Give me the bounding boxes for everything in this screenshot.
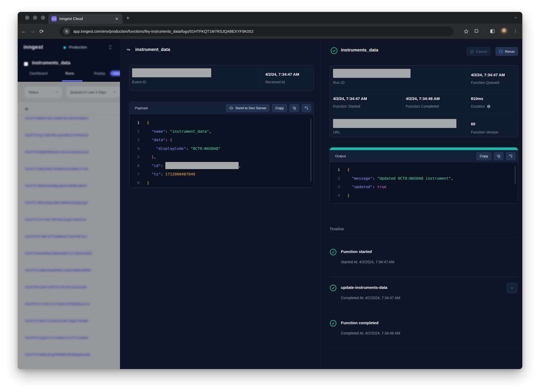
divider xyxy=(467,92,467,111)
output-success-bar xyxy=(330,147,518,150)
run-id-row[interactable]: 01HTFKMBPMD0ZAJ4AG04KD3A02 xyxy=(18,144,120,160)
run-id-row[interactable]: 01HTFKQT1M7RSJQABEXYF0K0S2 xyxy=(18,127,120,144)
send-to-dev-server-button[interactable]: Send to Dev Server xyxy=(226,104,270,112)
divider xyxy=(330,348,518,348)
run-title: instruments_data xyxy=(341,47,378,53)
step-check-icon xyxy=(330,284,337,291)
function-started-label: Function Started xyxy=(333,104,360,108)
divider xyxy=(333,89,515,90)
split-view-icon[interactable] xyxy=(490,29,495,34)
wrap-text-icon xyxy=(292,106,296,110)
run-success-check-icon xyxy=(330,47,338,54)
wrap-text-button[interactable] xyxy=(289,104,299,112)
queued-filter[interactable]: Queued in Last 3 Days xyxy=(67,87,119,97)
wrap-text-button[interactable] xyxy=(494,152,504,160)
rerun-button[interactable]: Rerun xyxy=(495,47,518,56)
copy-payload-button[interactable]: Copy xyxy=(272,104,287,112)
run-id-row[interactable]: 01HTFN86XV8CXW87657W7E3WDY xyxy=(18,110,120,127)
forward-button[interactable]: → xyxy=(28,28,37,34)
payload-scrollbar[interactable] xyxy=(310,118,311,182)
run-id-row[interactable]: 01HTFHXGR0CWNHSWYST3NAVGRC xyxy=(18,245,120,262)
event-id-label: Event ID xyxy=(132,80,146,84)
function-version-label: Function Version xyxy=(471,130,498,134)
app-content: inngest Production instruments_data Dash… xyxy=(18,39,522,369)
timeline-item-subtitle: Started At: 4/2/2024, 7:34:47 AM xyxy=(341,260,394,264)
copy-output-button[interactable]: Copy xyxy=(476,152,491,160)
browser-tab[interactable]: ••• Inngest Cloud ✕ xyxy=(48,14,123,24)
function-completed-value: 4/2/24, 7:34:48 AM xyxy=(406,96,440,101)
run-id-row[interactable]: 01HTFG3BKPQSR9EAA91GBRARRN xyxy=(18,262,120,279)
new-tab-button[interactable]: + xyxy=(126,15,129,21)
run-id-row[interactable]: 01HTFEG3FVJP7FZJF7EASXN3JR xyxy=(18,279,120,295)
profile-avatar[interactable] xyxy=(500,27,508,35)
zoom-window-button[interactable] xyxy=(41,16,45,20)
cloud-download-icon xyxy=(229,106,233,110)
runs-table: ID 01HTFN86XV8CXW87657W7E3WDY 01HTFKQT1M… xyxy=(18,102,120,369)
divider xyxy=(330,237,518,238)
output-code[interactable]: 1{2 "message": "Updated OCTO:NASDAQ inst… xyxy=(330,162,518,203)
extensions-puzzle-icon[interactable] xyxy=(474,29,479,34)
output-scrollbar[interactable] xyxy=(515,166,516,184)
info-circle-icon[interactable] xyxy=(487,104,491,108)
circle-minus-icon xyxy=(470,50,474,54)
tab-runs[interactable]: Runs xyxy=(65,71,74,75)
function-queued-value: 4/2/24, 7:34:47 AM xyxy=(471,73,505,77)
url-bar[interactable]: app.inngest.com/env/production/functions… xyxy=(59,26,453,36)
close-window-button[interactable] xyxy=(25,16,29,20)
app-top-bar: inngest Production xyxy=(18,39,120,56)
reload-button[interactable]: ⟳ xyxy=(37,28,46,35)
minimize-window-button[interactable] xyxy=(33,16,37,20)
payload-card: Payload Send to Dev Server Copy xyxy=(129,102,314,188)
run-id-row[interactable]: 01HTFCW27CZ2X3AZM75QEYNH9F xyxy=(18,312,120,329)
function-header: instruments_data Dashboard Runs Replay N… xyxy=(18,56,120,82)
unfold-chevrons-icon xyxy=(108,45,112,50)
run-id-row[interactable]: 01HTFCYY2GYGYGDKJVP82NKXCZ xyxy=(18,295,120,312)
tab-replay[interactable]: Replay xyxy=(94,71,105,75)
timeline-item-title[interactable]: Function completed xyxy=(341,321,379,325)
url-redacted xyxy=(333,119,456,128)
divider xyxy=(467,68,467,87)
inngest-logo[interactable]: inngest xyxy=(23,44,43,50)
duration-value: 810ms xyxy=(471,96,483,101)
divider xyxy=(467,116,467,135)
timeline-item-title[interactable]: update-instruments-data xyxy=(341,285,387,290)
scroll-to-bottom-icon xyxy=(304,106,308,110)
runs-list-sidebar: inngest Production instruments_data Dash… xyxy=(18,39,120,369)
scroll-to-bottom-button[interactable] xyxy=(506,152,516,160)
environment-selector[interactable]: Production xyxy=(57,39,120,56)
function-started-value: 4/2/24, 7:34:47 AM xyxy=(333,96,367,101)
url-text: app.inngest.com/env/production/functions… xyxy=(73,29,253,34)
run-id-row[interactable]: 01HTFJ6DA6Q238SJWNH1E8Q2Q0 xyxy=(18,194,120,211)
run-id-row[interactable]: 01HTFCR9K4PQP0R8PZR3MQNAXB xyxy=(18,346,120,363)
payload-code[interactable]: 1{2 "name": "instrument_data",3 "data": … xyxy=(129,114,314,188)
run-id-row[interactable]: 01HTFHYWF32TSB9HGT01F58TBJ xyxy=(18,228,120,245)
browser-toolbar: ← → ⟳ app.inngest.com/env/production/fun… xyxy=(18,24,522,39)
run-id-row[interactable]: 01HTFJ9HHVE0BQ48AP4DM13E9T xyxy=(18,177,120,194)
run-id-row[interactable]: 01HTFJ3B1PB27EWGK5Z0M6JYC8 xyxy=(18,160,120,177)
run-id-row[interactable]: 01HTFCSQG7ZYVXNZVC7VT1Z4K6 xyxy=(18,329,120,346)
event-stream-icon: «● xyxy=(127,47,130,52)
tab-close-icon[interactable]: ✕ xyxy=(114,16,119,21)
run-id-list: 01HTFN86XV8CXW87657W7E3WDY 01HTFKQT1M7RS… xyxy=(18,110,120,363)
run-id-redacted xyxy=(333,69,411,78)
browser-tab-strip: ••• Inngest Cloud ✕ + xyxy=(18,12,522,24)
wrap-text-icon xyxy=(496,154,501,158)
back-button[interactable]: ← xyxy=(19,28,28,34)
tab-dashboard[interactable]: Dashboard xyxy=(30,71,48,75)
cancel-run-button[interactable]: Cancel xyxy=(466,47,490,56)
function-name: instruments_data xyxy=(32,60,70,66)
received-at-label: Received At xyxy=(265,80,285,84)
event-detail-panel: «● instrument_data Event ID 4/2/24, 7:34… xyxy=(120,39,321,369)
timeline-item-title[interactable]: Function started xyxy=(341,249,372,254)
status-filter[interactable]: Status xyxy=(25,87,61,97)
chevron-down-icon xyxy=(510,286,514,290)
toolbar-divider xyxy=(484,28,485,34)
kebab-menu-icon[interactable]: ⋮ xyxy=(513,28,518,34)
bookmark-star-icon[interactable] xyxy=(464,29,469,34)
expand-step-button[interactable] xyxy=(507,283,517,293)
tab-search-chevron-icon[interactable] xyxy=(514,16,518,20)
scroll-to-bottom-button[interactable] xyxy=(301,104,311,112)
run-id-row[interactable]: 01HTFJ1C7HF7RVN011Q3YD2S3A xyxy=(18,211,120,228)
function-queued-label: Function Queued xyxy=(471,80,499,85)
site-settings-icon[interactable] xyxy=(63,28,70,35)
